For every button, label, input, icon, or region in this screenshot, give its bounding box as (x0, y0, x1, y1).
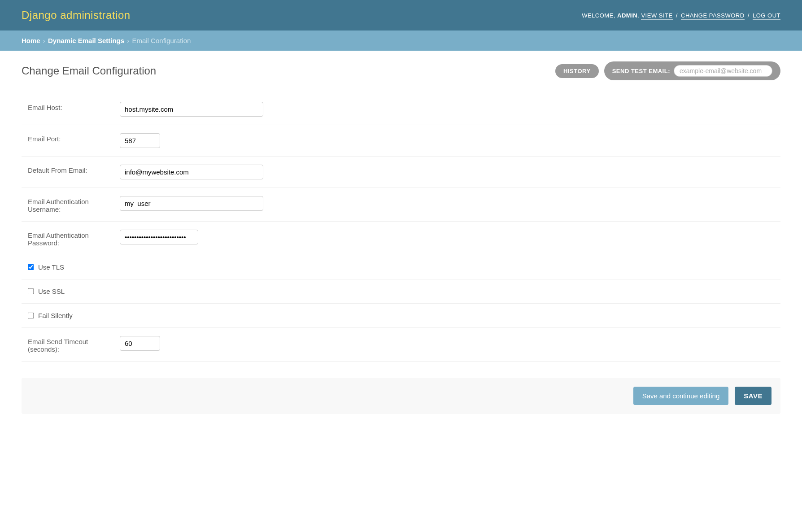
fail-silently-label[interactable]: Fail Silently (38, 312, 73, 319)
fail-silently-checkbox[interactable] (28, 313, 34, 319)
row-email-port: Email Port: (22, 125, 780, 157)
breadcrumb-home[interactable]: Home (22, 37, 40, 44)
from-email-label: Default From Email: (28, 165, 120, 174)
history-button[interactable]: HISTORY (555, 64, 599, 78)
save-button[interactable]: SAVE (735, 387, 771, 405)
title-row: Change Email Configuration HISTORY SEND … (22, 61, 780, 80)
submit-row: Save and continue editing SAVE (22, 378, 780, 414)
email-config-form: Email Host: Email Port: Default From Ema… (22, 94, 780, 362)
site-title: Django administration (22, 9, 131, 22)
username: ADMIN (617, 12, 637, 19)
row-auth-pass: Email Authentication Password: (22, 222, 780, 255)
user-tools: WELCOME, ADMIN. VIEW SITE / CHANGE PASSW… (582, 12, 780, 19)
email-port-label: Email Port: (28, 133, 120, 143)
use-ssl-checkbox[interactable] (28, 288, 34, 295)
auth-pass-input[interactable] (120, 230, 198, 244)
breadcrumb: Home › Dynamic Email Settings › Email Co… (0, 31, 802, 51)
view-site-link[interactable]: VIEW SITE (641, 12, 672, 20)
object-tools: HISTORY SEND TEST EMAIL: (555, 61, 780, 80)
row-auth-user: Email Authentication Username: (22, 188, 780, 222)
row-email-host: Email Host: (22, 94, 780, 125)
save-continue-button[interactable]: Save and continue editing (633, 387, 729, 405)
page-title: Change Email Configuration (22, 65, 156, 77)
history-label: HISTORY (563, 68, 591, 74)
send-test-label: SEND TEST EMAIL: (612, 68, 670, 74)
row-fail-silently: Fail Silently (22, 304, 780, 328)
row-timeout: Email Send Timeout (seconds): (22, 328, 780, 362)
auth-user-label: Email Authentication Username: (28, 196, 120, 213)
send-test-email-tool: SEND TEST EMAIL: (604, 61, 780, 80)
auth-pass-label: Email Authentication Password: (28, 230, 120, 247)
use-ssl-label[interactable]: Use SSL (38, 288, 65, 295)
from-email-input[interactable] (120, 165, 263, 179)
row-use-ssl: Use SSL (22, 279, 780, 304)
row-use-tls: Use TLS (22, 255, 780, 279)
use-tls-label[interactable]: Use TLS (38, 263, 64, 271)
use-tls-checkbox[interactable] (28, 264, 34, 270)
row-from-email: Default From Email: (22, 157, 780, 188)
timeout-input[interactable] (120, 336, 160, 351)
welcome-text: WELCOME, (582, 12, 617, 19)
logout-link[interactable]: LOG OUT (753, 12, 780, 20)
timeout-label: Email Send Timeout (seconds): (28, 336, 120, 353)
email-port-input[interactable] (120, 133, 160, 148)
test-email-input[interactable] (674, 65, 772, 77)
email-host-label: Email Host: (28, 102, 120, 111)
admin-header: Django administration WELCOME, ADMIN. VI… (0, 0, 802, 31)
breadcrumb-app[interactable]: Dynamic Email Settings (48, 37, 124, 44)
email-host-input[interactable] (120, 102, 263, 117)
breadcrumb-current: Email Configuration (132, 37, 191, 44)
auth-user-input[interactable] (120, 196, 263, 211)
content: Change Email Configuration HISTORY SEND … (0, 51, 802, 425)
change-password-link[interactable]: CHANGE PASSWORD (681, 12, 745, 20)
